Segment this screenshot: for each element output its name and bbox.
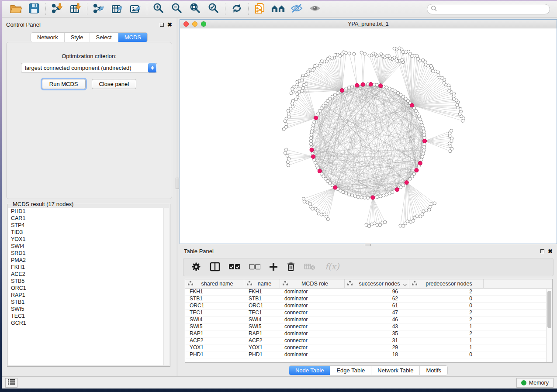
mcds-node-item[interactable]: ORC1 xyxy=(8,285,169,292)
float-table-panel-icon[interactable] xyxy=(540,249,544,253)
mcds-node-item[interactable]: CAR1 xyxy=(8,215,169,222)
hide-selected-button[interactable] xyxy=(290,3,304,15)
split-columns-button[interactable] xyxy=(210,262,220,273)
export-image-button[interactable] xyxy=(128,3,142,15)
mcds-node-item[interactable]: ACE2 xyxy=(8,271,169,278)
table-row[interactable]: STB1STB1dominator620 xyxy=(185,296,552,303)
task-history-button[interactable] xyxy=(5,378,17,388)
tab-style[interactable]: Style xyxy=(65,33,90,42)
memory-status-icon xyxy=(521,380,526,385)
open-button[interactable] xyxy=(9,3,23,15)
mcds-result-list[interactable]: PHD1CAR1STP4TID3YOX1SWI4SRD1PMA2FKH1ACE2… xyxy=(8,208,169,365)
cell-name: PHD1 xyxy=(244,351,280,358)
cell-name: SWI5 xyxy=(244,323,280,330)
cell-predecessor-nodes: 1 xyxy=(409,337,484,344)
close-table-panel-icon[interactable]: ✖ xyxy=(548,249,553,253)
mcds-node-item[interactable]: STB1 xyxy=(8,299,169,306)
node-table: shared namenameMCDS rolesuccessor nodesp… xyxy=(185,279,553,363)
close-panel-button[interactable]: Close panel xyxy=(92,79,137,89)
add-column-button[interactable] xyxy=(269,262,278,272)
function-builder-button[interactable]: f(x) xyxy=(324,261,341,273)
deselect-all-icon xyxy=(249,264,260,271)
column-header-shared-name[interactable]: shared name xyxy=(185,279,244,288)
search-input[interactable] xyxy=(437,6,550,12)
delete-table-button[interactable] xyxy=(304,263,315,272)
tab-network-table[interactable]: Network Table xyxy=(371,366,420,375)
duplicate-network-button[interactable] xyxy=(253,3,267,15)
zoom-fit-button[interactable] xyxy=(188,3,202,15)
tab-mcds[interactable]: MCDS xyxy=(118,33,147,42)
zoom-out-icon xyxy=(171,3,183,15)
search-box[interactable] xyxy=(427,4,550,14)
control-panel-title: Control Panel xyxy=(6,21,41,28)
export-network-icon xyxy=(92,3,105,15)
table-row[interactable]: SWI4SWI4dominator462 xyxy=(185,316,552,323)
table-row[interactable]: ORC1ORC1dominator610 xyxy=(185,303,552,309)
select-all-button[interactable] xyxy=(229,264,240,271)
mcds-node-item[interactable]: SRD1 xyxy=(8,250,169,257)
table-row[interactable]: RAP1RAP1dominator352 xyxy=(185,330,552,337)
cell-MCDS-role: connector xyxy=(280,337,345,344)
mcds-node-item[interactable]: TEC1 xyxy=(8,313,169,320)
table-row[interactable]: TEC1TEC1connector472 xyxy=(185,309,552,316)
tab-motifs[interactable]: Motifs xyxy=(420,366,447,375)
float-panel-icon[interactable] xyxy=(160,23,164,27)
mcds-node-item[interactable]: GCR1 xyxy=(8,320,169,327)
hierarchy-icon xyxy=(412,281,417,287)
mcds-panel: Optimization criterion: largest connecte… xyxy=(6,42,172,199)
memory-button[interactable]: Memory xyxy=(516,378,554,388)
mcds-list-scrollbar[interactable] xyxy=(163,208,169,365)
network-window-titlebar[interactable]: YPA_prune.txt_1 xyxy=(180,20,557,28)
mcds-node-item[interactable]: SWI4 xyxy=(8,243,169,250)
deselect-all-button[interactable] xyxy=(249,264,260,271)
column-header-predecessor-nodes[interactable]: predecessor nodes xyxy=(409,279,484,288)
mcds-result-group: MCDS result (17 nodes) PHD1CAR1STP4TID3Y… xyxy=(7,204,170,367)
mcds-node-item[interactable]: PMA2 xyxy=(8,257,169,264)
tab-network[interactable]: Network xyxy=(31,33,65,42)
mcds-node-item[interactable]: STB5 xyxy=(8,278,169,285)
close-panel-icon[interactable]: ✖ xyxy=(167,23,172,27)
mcds-node-item[interactable]: FKH1 xyxy=(8,264,169,271)
zoom-out-button[interactable] xyxy=(170,3,184,15)
tab-node-table[interactable]: Node Table xyxy=(289,366,331,375)
tab-edge-table[interactable]: Edge Table xyxy=(330,366,371,375)
column-header-MCDS-role[interactable]: MCDS role xyxy=(280,279,345,288)
run-mcds-button[interactable]: Run MCDS xyxy=(42,79,86,89)
zoom-in-button[interactable] xyxy=(152,3,166,15)
column-header-name[interactable]: name xyxy=(244,279,280,288)
network-canvas[interactable] xyxy=(180,28,557,244)
optimization-dropdown[interactable]: largest connected component (undirected) xyxy=(21,63,157,73)
first-neighbors-button[interactable] xyxy=(271,3,285,15)
settings-button[interactable] xyxy=(191,262,201,273)
cell-shared-name: PHD1 xyxy=(185,351,244,358)
column-header-successor-nodes[interactable]: successor nodes xyxy=(345,279,409,288)
delete-column-button[interactable] xyxy=(287,262,295,273)
table-row[interactable]: ACE2ACE2connector311 xyxy=(185,337,552,344)
table-row[interactable]: PHD1PHD1dominator180 xyxy=(185,351,552,358)
mcds-node-item[interactable]: PHD1 xyxy=(8,208,169,215)
import-table-button[interactable] xyxy=(69,3,83,15)
zoom-selected-button[interactable] xyxy=(207,3,221,15)
mcds-node-item[interactable]: SWI5 xyxy=(8,306,169,313)
cell-shared-name: YOX1 xyxy=(185,344,244,351)
show-all-button[interactable] xyxy=(308,3,322,15)
export-network-button[interactable] xyxy=(92,3,106,15)
tab-select[interactable]: Select xyxy=(90,33,118,42)
save-button[interactable] xyxy=(27,3,41,15)
hierarchy-icon xyxy=(188,281,193,287)
mcds-node-item[interactable]: STP4 xyxy=(8,222,169,229)
import-network-button[interactable] xyxy=(50,3,64,15)
table-row[interactable]: FKH1FKH1dominator962 xyxy=(185,289,552,296)
table-scrollbar-thumb[interactable] xyxy=(547,291,551,328)
first-neighbors-icon xyxy=(271,3,285,15)
mcds-node-item[interactable]: YOX1 xyxy=(8,236,169,243)
hierarchy-icon xyxy=(347,281,353,287)
mcds-node-item[interactable]: RAP1 xyxy=(8,292,169,299)
cell-predecessor-nodes: 0 xyxy=(409,303,484,309)
export-table-button[interactable] xyxy=(110,3,124,15)
table-row[interactable]: YOX1YOX1connector291 xyxy=(185,344,552,351)
refresh-button[interactable] xyxy=(230,3,244,15)
mcds-node-item[interactable]: TID3 xyxy=(8,229,169,236)
table-scrollbar[interactable] xyxy=(546,289,552,362)
table-row[interactable]: SWI5SWI5connector431 xyxy=(185,323,552,330)
